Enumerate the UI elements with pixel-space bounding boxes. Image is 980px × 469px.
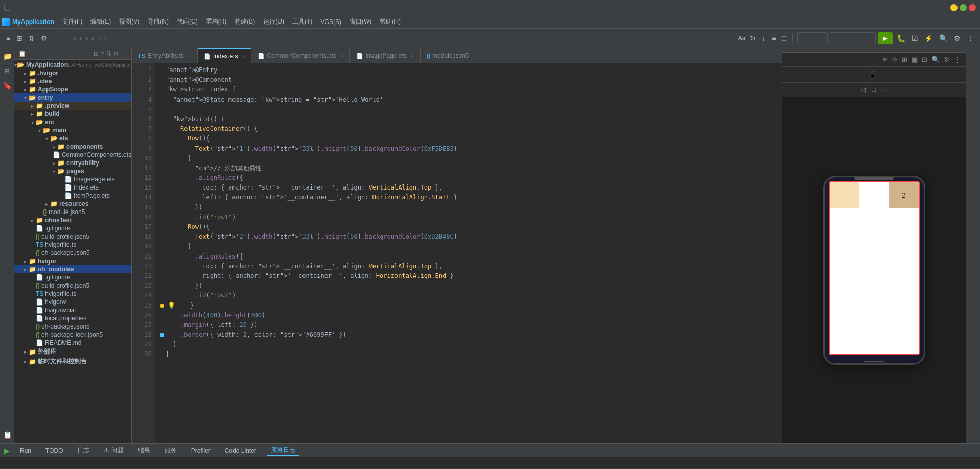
preview-settings-icon[interactable]: ⚙ [943,55,951,64]
tree-file-item[interactable]: 📄ImagePage.ets [14,175,131,183]
tree-folder-item[interactable]: ▾📂src [14,118,131,126]
tree-file-item[interactable]: {}oh-package.json5 [14,322,131,331]
menu-item[interactable]: 工具(T) [288,15,316,28]
search-btn[interactable]: 🔍 [937,33,950,43]
run-button[interactable]: ▶ [878,32,893,44]
tab-close-btn[interactable]: × [340,53,343,59]
bottom-log-btn[interactable]: 日志 [73,445,94,456]
tab-close-btn[interactable]: × [242,54,245,59]
tree-file-item[interactable]: {}oh-package.json5 [14,249,131,257]
menu-item[interactable]: 重构(R) [202,15,231,28]
editor-tab[interactable]: {}module.json5× [421,48,483,63]
sidebar-bookmark-icon[interactable]: 🔖 [1,80,13,92]
toolbar-expand-btn[interactable]: ≡ [4,33,12,43]
editor-tab[interactable]: 📄ImagePage.ets× [350,48,421,63]
minimize-button[interactable] [950,4,958,11]
maximize-button[interactable] [960,4,967,11]
tree-file-item[interactable]: 📄ItemPage.ets [14,192,131,200]
entry-dropdown[interactable] [797,32,828,44]
preview-grid-icon[interactable]: ⊞ [901,55,908,64]
bottom-run-btn[interactable]: Run [16,446,35,455]
editor-tab[interactable]: 📄Index.ets× [198,48,252,63]
toolbar-sort-btn[interactable]: ⇅ [27,33,37,43]
tree-folder-item[interactable]: ▾📂main [14,126,131,134]
tree-settings-icon[interactable]: ⚙ [113,50,119,57]
tree-file-item[interactable]: TShvigorfile.ts [14,241,131,249]
tree-folder-item[interactable]: ▾📂MyApplication EA\HarmonyOS\MyApplicati… [14,61,131,69]
menu-item[interactable]: VCS(S) [316,15,345,28]
preview-layout-icon[interactable]: ▦ [911,55,919,64]
tree-folder-item[interactable]: ▸📁外部库 [14,347,131,357]
tree-file-item[interactable]: 📄local.properties [14,314,131,322]
tree-folder-item[interactable]: ▸📁ohosTest [14,216,131,224]
tree-file-item[interactable]: {}build-profile.json5 [14,282,131,290]
editor-tab[interactable]: 📄CommonComponents.ets× [251,48,350,63]
menu-item[interactable]: 运行(U) [259,15,288,28]
toolbar-download-btn[interactable]: ↓ [760,33,767,43]
tab-close-btn[interactable]: × [411,53,414,59]
menu-item[interactable]: 构建(B) [230,15,259,28]
tree-folder-item[interactable]: ▸📁.hvigor [14,69,131,77]
preview-home-btn[interactable]: □ [871,85,877,95]
bottom-result-btn[interactable]: 结果 [134,445,154,456]
settings3-btn[interactable]: ⚙ [952,33,963,43]
menu-item[interactable]: 窗口(W) [345,15,376,28]
tree-folder-item[interactable]: ▾📂entry [14,93,131,102]
toolbar-settings-btn[interactable]: ⚙ [39,33,50,43]
tree-file-item[interactable]: 📄hvigorw [14,298,131,306]
devices-sidebar-item[interactable] [972,50,974,58]
menu-item[interactable]: 帮助(H) [376,15,405,28]
bottom-codelint-btn[interactable]: Code Linter [221,446,261,455]
tree-folder-item[interactable]: ▸📁AppScope [14,85,131,93]
tree-folder-item[interactable]: ▸📁hvigor [14,257,131,265]
bottom-profiler-btn[interactable]: Profiler [187,446,215,455]
sidebar-project-icon[interactable]: 📁 [1,50,13,63]
toolbar-more-btn[interactable]: ⋮ [965,33,976,43]
tree-folder-item[interactable]: ▸📁entryability [14,159,131,167]
tree-file-item[interactable]: {}oh-package-lock.json5 [14,331,131,339]
tree-file-item[interactable]: 📄hvigorw.bat [14,306,131,314]
tab-close-btn[interactable]: × [473,53,476,59]
tree-collapse-icon[interactable]: — [121,50,127,57]
tree-folder-item[interactable]: ▸📁临时文件和控制台 [14,357,131,366]
profile-btn[interactable]: ⚡ [922,33,935,43]
tree-file-item[interactable]: TShvigorfile.ts [14,290,131,298]
tree-folder-item[interactable]: ▸📁components [14,143,131,151]
preview-rotate-icon[interactable]: ⟳ [891,55,899,64]
toolbar-collapse-btn[interactable]: — [52,33,63,43]
tree-file-item[interactable]: 📄.gitignore [14,224,131,232]
toolbar-settings2-btn[interactable]: ≡ [769,33,778,43]
tree-file-item[interactable]: {}module.json5 [14,208,131,216]
tree-folder-item[interactable]: ▸📁resources [14,200,131,208]
tree-file-item[interactable]: {}build-profile.json5 [14,232,131,241]
sidebar-structure-icon[interactable]: ⊞ [1,65,13,78]
coverage-btn[interactable]: ☑ [909,33,920,43]
preview-search-icon[interactable]: 🔍 [930,55,941,64]
sidebar-bottom-icon[interactable]: 📋 [1,429,13,441]
code-content[interactable]: "annot">@Entry"annot">@Component"kw">str… [154,63,782,443]
preview-back-btn[interactable]: ◁ [859,85,867,95]
tab-close-btn[interactable]: × [188,53,191,59]
toolbar-refresh-btn[interactable]: ↻ [748,33,758,43]
tree-file-item[interactable]: 📄CommonComponents.ets [14,151,131,159]
editor-tab[interactable]: TSEntryAbility.ts× [132,48,198,63]
preview-light-icon[interactable]: ☀ [881,55,889,64]
tree-folder-item[interactable]: ▾📂ets [14,134,131,143]
preview-more-icon[interactable]: ⋮ [953,55,962,64]
tree-file-item[interactable]: 📄README.md [14,339,131,347]
menu-item[interactable]: 文件(F) [58,15,86,28]
preview-more2-btn[interactable]: ··· [881,85,889,95]
bottom-issue-btn[interactable]: ⚠ 问题 [100,445,127,456]
menu-item[interactable]: 代码(C) [173,15,202,28]
device-dropdown[interactable] [830,32,876,44]
tree-folder-item[interactable]: ▸📁oh_modules [14,265,131,273]
tree-sort-icon[interactable]: ⇅ [106,50,111,57]
tree-folder-item[interactable]: ▸📁.idea [14,77,131,85]
tree-folder-item[interactable]: ▸📁build [14,110,131,118]
toolbar-indent-btn[interactable]: ⊞ [14,33,25,43]
tree-folder-item[interactable]: ▸📁.preview [14,102,131,110]
tree-file-item[interactable]: 📄.gitignore [14,273,131,282]
tree-indent-icon[interactable]: ≡ [101,50,104,57]
toolbar-maximize-btn[interactable]: □ [780,33,788,43]
menu-item[interactable]: 编辑(E) [86,15,115,28]
